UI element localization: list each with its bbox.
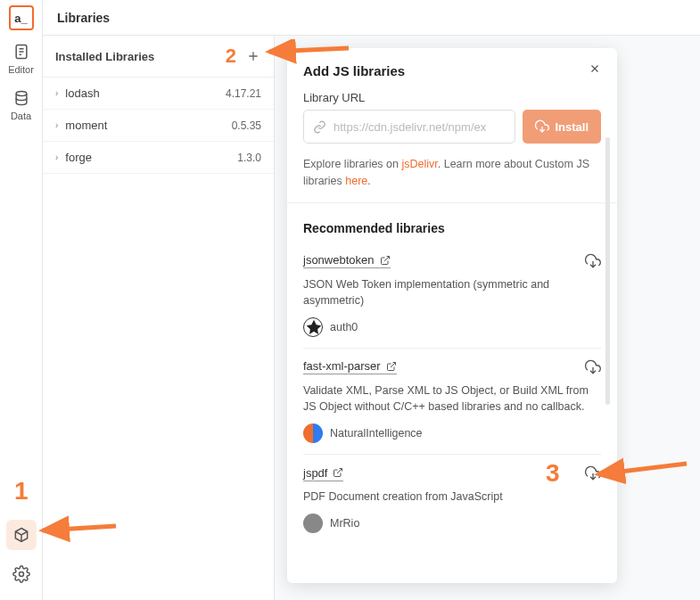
jsdelivr-link[interactable]: jsDelivr bbox=[401, 158, 437, 170]
left-sidebar: a_ Editor Data bbox=[0, 0, 43, 600]
editor-icon bbox=[12, 43, 30, 61]
modal-scrollbar[interactable] bbox=[605, 137, 610, 405]
installed-libraries-panel: Installed Libraries 2 ›lodash 4.17.21 ›m… bbox=[43, 36, 275, 600]
download-cloud-icon bbox=[535, 119, 549, 134]
app-logo: a_ bbox=[9, 5, 34, 30]
external-link-icon bbox=[386, 361, 397, 372]
recommended-author: MrRio bbox=[303, 514, 601, 533]
explore-text: Explore libraries on jsDelivr. Learn mor… bbox=[287, 156, 617, 203]
page-title: Libraries bbox=[57, 11, 110, 25]
library-url-input[interactable] bbox=[334, 120, 506, 134]
download-library-button[interactable] bbox=[585, 359, 601, 375]
nav-data[interactable]: Data bbox=[0, 89, 42, 121]
recommended-desc: Validate XML, Parse XML to JS Object, or… bbox=[303, 382, 601, 415]
library-row[interactable]: ›moment 0.5.35 bbox=[43, 110, 274, 142]
recommended-desc: PDF Document creation from JavaScript bbox=[303, 489, 601, 505]
add-library-button[interactable] bbox=[245, 48, 261, 64]
chevron-right-icon: › bbox=[55, 120, 58, 130]
plus-icon bbox=[246, 49, 260, 63]
annotation-number-2: 2 bbox=[226, 45, 236, 68]
installed-libraries-title: Installed Libraries bbox=[55, 50, 154, 63]
library-url-input-wrap[interactable] bbox=[303, 110, 515, 144]
svg-point-1 bbox=[16, 92, 27, 96]
modal-close-button[interactable] bbox=[589, 62, 601, 78]
library-name: forge bbox=[65, 151, 92, 164]
close-icon bbox=[589, 62, 601, 75]
recommended-desc: JSON Web Token implementation (symmetric… bbox=[303, 276, 601, 308]
recommended-item: jspdf PDF Document creation from JavaScr… bbox=[303, 454, 601, 544]
recommended-list: jsonwebtoken JSON Web Token implementati… bbox=[287, 242, 617, 584]
download-library-button[interactable] bbox=[585, 253, 601, 269]
installed-libraries-header: Installed Libraries 2 bbox=[43, 36, 274, 78]
library-version: 1.3.0 bbox=[237, 152, 261, 164]
nav-libraries[interactable] bbox=[6, 520, 37, 550]
author-avatar bbox=[303, 317, 323, 337]
nav-editor[interactable]: Editor bbox=[0, 43, 42, 75]
nav-data-label: Data bbox=[11, 111, 31, 121]
docs-link[interactable]: here bbox=[345, 175, 367, 187]
chevron-right-icon: › bbox=[55, 88, 58, 98]
add-library-modal: Add JS libraries Library URL Install Exp… bbox=[287, 48, 617, 583]
link-icon bbox=[313, 120, 326, 134]
library-name: lodash bbox=[65, 86, 99, 100]
gear-icon bbox=[12, 565, 30, 583]
library-version: 0.5.35 bbox=[232, 119, 261, 132]
url-field-label: Library URL bbox=[287, 84, 617, 110]
recommended-title: Recommended libraries bbox=[287, 209, 617, 242]
external-link-icon bbox=[333, 467, 343, 478]
author-avatar bbox=[303, 514, 323, 533]
library-row[interactable]: ›lodash 4.17.21 bbox=[43, 78, 274, 110]
nav-editor-label: Editor bbox=[8, 64, 34, 75]
page-header: Libraries bbox=[43, 0, 700, 36]
nav-settings[interactable] bbox=[6, 559, 37, 589]
recommended-name-link[interactable]: fast-xml-parser bbox=[303, 359, 397, 374]
database-icon bbox=[12, 89, 30, 107]
recommended-author: NaturalIntelligence bbox=[303, 423, 601, 443]
recommended-item: jsonwebtoken JSON Web Token implementati… bbox=[303, 242, 601, 348]
modal-title: Add JS libraries bbox=[303, 63, 405, 78]
library-row[interactable]: ›forge 1.3.0 bbox=[43, 142, 274, 174]
recommended-name-link[interactable]: jsonwebtoken bbox=[303, 253, 391, 268]
package-icon bbox=[12, 526, 30, 544]
recommended-item: fast-xml-parser Validate XML, Parse XML … bbox=[303, 348, 601, 454]
recommended-name-link[interactable]: jspdf bbox=[303, 466, 343, 481]
chevron-right-icon: › bbox=[55, 152, 58, 162]
recommended-author: auth0 bbox=[303, 317, 601, 337]
library-name: moment bbox=[65, 119, 107, 132]
download-library-button[interactable] bbox=[585, 465, 601, 481]
author-avatar bbox=[303, 423, 323, 443]
external-link-icon bbox=[380, 255, 391, 266]
library-version: 4.17.21 bbox=[226, 87, 261, 100]
install-button-label: Install bbox=[555, 120, 589, 134]
install-button[interactable]: Install bbox=[523, 110, 601, 144]
svg-point-2 bbox=[19, 572, 23, 577]
